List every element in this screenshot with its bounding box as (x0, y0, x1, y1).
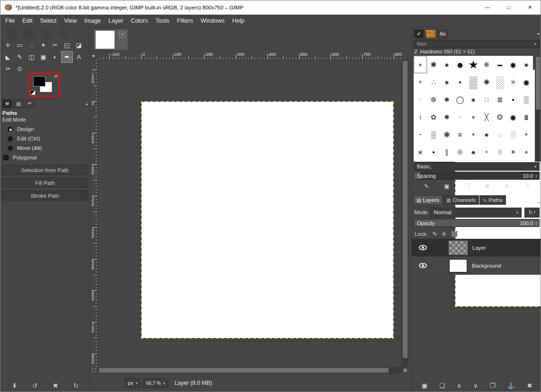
polygonal-checkbox[interactable] (3, 155, 9, 160)
anchor-layer-button[interactable]: ⚓ (507, 382, 515, 389)
raise-layer-button[interactable]: ∧ (457, 382, 461, 389)
brush-item[interactable]: ● (520, 143, 533, 161)
menu-help[interactable]: Help (228, 15, 248, 27)
layer-visibility-toggle[interactable] (412, 263, 434, 268)
brush-item[interactable]: ● (453, 56, 467, 73)
layer-visibility-toggle[interactable] (412, 245, 434, 250)
edit-mode-edit[interactable]: Edit (Ctrl) (8, 134, 42, 143)
unified-transform-tool[interactable]: ◱ (61, 39, 73, 51)
brush-item[interactable]: ● (414, 56, 427, 73)
paths-tool[interactable]: ✒ (61, 51, 73, 63)
brush-item[interactable]: ★ (467, 56, 480, 73)
zoom-tool[interactable]: ⊙ (14, 63, 26, 75)
canvas-menu-button[interactable]: ▶ (90, 52, 98, 60)
save-tool-preset-button[interactable]: ⬇ (12, 382, 17, 389)
brush-item[interactable]: ● (480, 126, 493, 143)
brush-item[interactable]: ✦ (414, 73, 427, 91)
brush-item[interactable]: ● (427, 143, 440, 161)
tab-layers[interactable]: ▤Layers (413, 195, 443, 205)
brush-item[interactable]: ● (467, 108, 480, 126)
brush-item[interactable]: ● (467, 91, 480, 108)
new-brush-button[interactable]: ▣ (444, 183, 449, 190)
device-status-tab[interactable]: ▤ (13, 99, 24, 108)
brush-item[interactable]: ● (453, 73, 467, 91)
bucket-fill-tool[interactable]: ◣ (2, 51, 14, 63)
stroke-path-button[interactable]: Stroke Path (2, 191, 88, 200)
brush-item[interactable]: ∴ (453, 108, 467, 126)
pencil-tool[interactable]: ✎ (14, 51, 26, 63)
mode-switch-button[interactable]: ↻ ▾ (524, 208, 540, 218)
fuzzy-select-tool[interactable]: ✶ (37, 39, 49, 51)
horizontal-scrollbar-thumb[interactable] (99, 368, 389, 373)
brush-item[interactable]: ▬ (493, 56, 506, 73)
brush-item[interactable]: ∗ (414, 143, 427, 161)
brush-item[interactable]: ● (506, 108, 520, 126)
brush-item[interactable]: ✹ (440, 108, 453, 126)
brush-grid-scrollbar[interactable] (535, 56, 541, 162)
brush-item[interactable]: ● (467, 143, 480, 161)
move-tool[interactable]: ✛ (2, 39, 14, 51)
horizontal-ruler[interactable]: -1000100200300400500600700800 (98, 52, 402, 60)
menu-colors[interactable]: Colors (127, 15, 151, 27)
close-button[interactable]: ✕ (519, 0, 541, 14)
brush-item[interactable]: ≀ (414, 108, 427, 126)
horizontal-scrollbar[interactable] (98, 367, 402, 374)
duplicate-layer-button[interactable]: ❐ (490, 382, 496, 389)
brush-item[interactable]: ≣ (493, 91, 506, 108)
brush-item[interactable]: ▒ (520, 91, 533, 108)
clone-tool[interactable]: ▣ (37, 51, 49, 63)
brush-item[interactable]: ╳ (480, 108, 493, 126)
brush-item[interactable]: ● (520, 73, 533, 91)
menu-image[interactable]: Image (80, 15, 105, 27)
tab-paths[interactable]: ∿Paths (479, 195, 506, 205)
brush-item[interactable]: ▒ (427, 126, 440, 143)
brush-item[interactable]: ✦ (520, 126, 533, 143)
brush-item[interactable]: ❊ (453, 143, 467, 161)
fonts-tab[interactable]: Aa (437, 29, 448, 38)
menu-select[interactable]: Select (36, 15, 61, 27)
brush-item[interactable]: ❋ (480, 56, 493, 73)
lock-alpha-icon[interactable] (452, 231, 457, 237)
minimize-button[interactable]: — (477, 0, 498, 14)
shear-tool[interactable]: ◪ (73, 39, 85, 51)
brush-item[interactable]: ✴ (480, 143, 493, 161)
brush-group-combo[interactable]: Basic, ▾ (414, 162, 540, 171)
brush-item[interactable]: ✶ (467, 126, 480, 143)
restore-tool-preset-button[interactable]: ↺ (32, 382, 37, 389)
brush-item[interactable]: ✱ (427, 56, 440, 73)
brush-item[interactable]: ∵ (414, 91, 427, 108)
edit-mode-move[interactable]: Move (Alt) (8, 143, 42, 153)
brush-item[interactable]: ∴ (427, 73, 440, 91)
menu-edit[interactable]: Edit (18, 15, 36, 27)
brush-item[interactable]: ✺ (480, 73, 493, 91)
brush-grid-scrollbar-thumb[interactable] (536, 57, 540, 110)
brush-item[interactable]: ● (506, 91, 520, 108)
menu-file[interactable]: File (1, 15, 18, 27)
quick-mask-toggle[interactable] (90, 367, 98, 374)
brush-item[interactable]: ▒ (467, 73, 480, 91)
maximize-button[interactable]: □ (498, 0, 519, 14)
new-layer-button[interactable]: ▣ (422, 382, 427, 389)
brush-item[interactable]: ∥ (440, 143, 453, 161)
brush-item[interactable]: ≡ (453, 126, 467, 143)
brush-item[interactable]: ✸ (440, 91, 453, 108)
canvas[interactable] (141, 101, 394, 339)
layer-mode-combo[interactable]: Normal ▾ (431, 208, 522, 218)
menu-windows[interactable]: Windows (197, 15, 229, 27)
brush-item[interactable]: ❂ (493, 108, 506, 126)
brush-item[interactable]: ● (440, 56, 453, 73)
brush-item[interactable]: ❁ (427, 91, 440, 108)
brush-item[interactable]: ░ (506, 126, 520, 143)
brush-item[interactable]: ◌ (493, 126, 506, 143)
layer-row[interactable]: Background (412, 257, 541, 275)
menu-filters[interactable]: Filters (173, 15, 197, 27)
brush-item[interactable]: ● (440, 73, 453, 91)
brush-item[interactable]: • (414, 126, 427, 143)
brush-filter-input[interactable]: filter ▾ (414, 40, 540, 48)
duplicate-brush-button[interactable]: ❐ (465, 183, 470, 190)
brush-item[interactable]: ✳ (506, 73, 520, 91)
zoom-combo[interactable]: 66.7 % ▾ (143, 378, 168, 388)
crop-tool[interactable]: ✂ (49, 39, 61, 51)
text-tool[interactable]: A (73, 51, 85, 63)
patterns-tab[interactable] (426, 29, 436, 38)
